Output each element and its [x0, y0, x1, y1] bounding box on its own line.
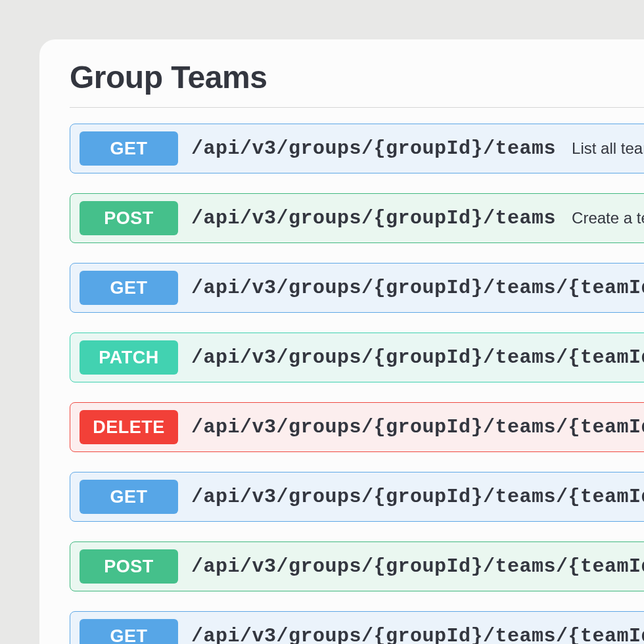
- operation-path: /api/v3/groups/{groupId}/teams/{teamId}: [191, 555, 644, 578]
- operation-summary: Create a team: [572, 209, 644, 227]
- operation-row[interactable]: DELETE /api/v3/groups/{groupId}/teams/{t…: [70, 402, 644, 452]
- method-badge-get: GET: [80, 619, 178, 644]
- operation-path: /api/v3/groups/{groupId}/teams: [191, 207, 556, 229]
- method-badge-get: GET: [80, 480, 178, 514]
- method-badge-post: POST: [80, 549, 178, 584]
- method-badge-post: POST: [80, 201, 178, 235]
- method-badge-patch: PATCH: [80, 340, 178, 375]
- operation-row[interactable]: POST /api/v3/groups/{groupId}/teams/{tea…: [70, 541, 644, 591]
- operation-row[interactable]: GET /api/v3/groups/{groupId}/teams/{team…: [70, 472, 644, 522]
- method-badge-get: GET: [80, 271, 178, 305]
- operation-row[interactable]: POST /api/v3/groups/{groupId}/teams Crea…: [70, 193, 644, 243]
- operation-row[interactable]: PATCH /api/v3/groups/{groupId}/teams/{te…: [70, 333, 644, 382]
- operation-summary: List all teams: [572, 139, 644, 158]
- api-doc-page: Group Teams GET /api/v3/groups/{groupId}…: [39, 39, 644, 644]
- operations-list: GET /api/v3/groups/{groupId}/teams List …: [70, 124, 644, 644]
- operation-path: /api/v3/groups/{groupId}/teams/{teamId}: [191, 346, 644, 369]
- operation-row[interactable]: GET /api/v3/groups/{groupId}/teams/{team…: [70, 611, 644, 644]
- method-badge-get: GET: [80, 131, 178, 166]
- operation-path: /api/v3/groups/{groupId}/teams/{teamId}: [191, 416, 644, 438]
- operation-path: /api/v3/groups/{groupId}/teams/{teamId}: [191, 625, 644, 644]
- operation-row[interactable]: GET /api/v3/groups/{groupId}/teams List …: [70, 124, 644, 173]
- operation-row[interactable]: GET /api/v3/groups/{groupId}/teams/{team…: [70, 263, 644, 313]
- operation-path: /api/v3/groups/{groupId}/teams/{teamId}: [191, 486, 644, 508]
- operation-path: /api/v3/groups/{groupId}/teams/{teamId}: [191, 277, 644, 299]
- operation-path: /api/v3/groups/{groupId}/teams: [191, 137, 556, 160]
- divider: [70, 107, 644, 108]
- method-badge-delete: DELETE: [80, 410, 178, 444]
- section-title: Group Teams: [70, 59, 644, 95]
